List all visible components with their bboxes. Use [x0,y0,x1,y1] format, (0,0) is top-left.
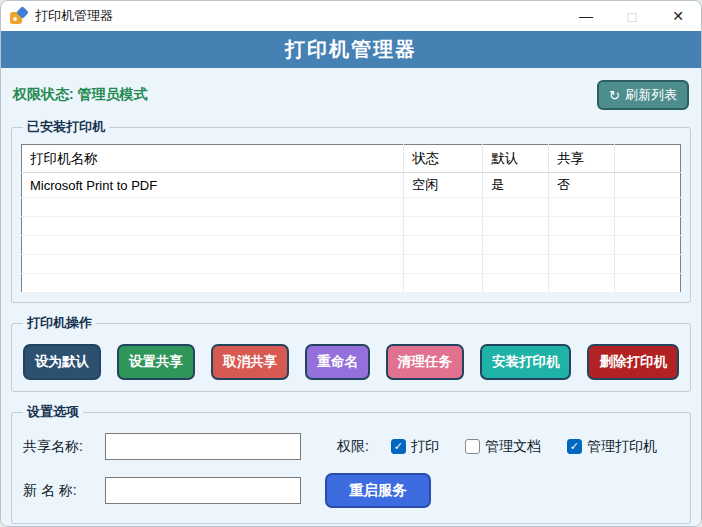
refresh-icon: ↻ [609,88,620,103]
status-row: 权限状态: 管理员模式 ↻ 刷新列表 [13,80,689,110]
checkbox-label: 管理文档 [485,438,541,456]
window-controls: — □ ✕ [563,1,701,31]
permission-status-value: 管理员模式 [78,86,148,102]
op-button-install-printer[interactable]: 安装打印机 [480,344,572,380]
empty-row [22,274,681,293]
column-header[interactable]: 共享 [549,145,615,173]
op-button-set-share[interactable]: 设置共享 [117,344,195,380]
empty-cell [22,217,404,236]
empty-cell [404,236,483,255]
app-header: 打印机管理器 [1,31,701,68]
printer-operations-group: 打印机操作 设为默认设置共享取消共享重命名清理任务安装打印机删除打印机 [11,314,691,392]
empty-cell [549,274,615,293]
empty-cell [615,274,681,293]
empty-cell [549,217,615,236]
refresh-list-label: 刷新列表 [625,86,677,104]
empty-cell [483,217,549,236]
main-content: 权限状态: 管理员模式 ↻ 刷新列表 已安装打印机 打印机名称状态默认共享 Mi… [1,68,701,527]
empty-cell [483,198,549,217]
share-name-label: 共享名称: [23,438,97,456]
checkbox-label: 打印 [411,438,439,456]
empty-cell [615,236,681,255]
column-header[interactable]: 默认 [483,145,549,173]
op-button-rename[interactable]: 重命名 [305,344,370,380]
window-title: 打印机管理器 [35,7,113,25]
title-bar: 打印机管理器 — □ ✕ [1,1,701,31]
checkbox-checked-icon[interactable]: ✓ [567,439,582,454]
empty-cell [483,236,549,255]
op-button-set-default[interactable]: 设为默认 [23,344,101,380]
empty-row [22,198,681,217]
permissions-label: 权限: [337,438,369,456]
printer-cell: 是 [483,173,549,198]
empty-cell [615,198,681,217]
settings-group: 设置选项 共享名称: 权限: ✓打印管理文档✓管理打印机 新 名 称: 重启服务 [11,403,691,524]
printer-table[interactable]: 打印机名称状态默认共享 Microsoft Print to PDF空闲是否 [21,144,681,293]
empty-cell [615,255,681,274]
installed-printers-group: 已安装打印机 打印机名称状态默认共享 Microsoft Print to PD… [11,118,691,303]
empty-cell [404,198,483,217]
empty-cell [404,255,483,274]
permissions-area: 权限: ✓打印管理文档✓管理打印机 [337,438,679,456]
installed-printers-title: 已安装打印机 [23,118,109,136]
settings-title: 设置选项 [23,403,83,421]
permission-checkbox-manage-printer[interactable]: ✓管理打印机 [567,438,657,456]
printer-cell: 否 [549,173,615,198]
op-button-clear-jobs[interactable]: 清理任务 [386,344,464,380]
printer-cell: Microsoft Print to PDF [22,173,404,198]
empty-cell [483,255,549,274]
checkbox-unchecked-icon[interactable] [465,439,480,454]
printer-operations-title: 打印机操作 [23,314,96,332]
operations-button-row: 设为默认设置共享取消共享重命名清理任务安装打印机删除打印机 [21,340,681,382]
permission-checkbox-print[interactable]: ✓打印 [391,438,439,456]
permissions-checkboxes: ✓打印管理文档✓管理打印机 [391,438,657,456]
checkbox-label: 管理打印机 [587,438,657,456]
checkbox-checked-icon[interactable]: ✓ [391,439,406,454]
column-header[interactable]: 打印机名称 [22,145,404,173]
empty-row [22,236,681,255]
empty-cell [549,255,615,274]
permission-status-label: 权限状态: [13,86,74,102]
empty-cell [404,274,483,293]
empty-cell [549,198,615,217]
restart-service-button[interactable]: 重启服务 [325,473,431,508]
close-button[interactable]: ✕ [655,1,701,31]
page-title: 打印机管理器 [285,36,417,63]
minimize-button[interactable]: — [563,1,609,31]
new-name-label: 新 名 称: [23,482,97,500]
refresh-list-button[interactable]: ↻ 刷新列表 [597,80,689,110]
empty-cell [549,236,615,255]
app-icon-dot [13,17,17,21]
column-header[interactable]: 状态 [404,145,483,173]
op-button-cancel-share[interactable]: 取消共享 [211,344,289,380]
printer-cell [615,173,681,198]
empty-cell [22,198,404,217]
permission-checkbox-manage-documents[interactable]: 管理文档 [465,438,541,456]
printer-cell: 空闲 [404,173,483,198]
printer-row[interactable]: Microsoft Print to PDF空闲是否 [22,173,681,198]
printer-table-header: 打印机名称状态默认共享 [22,145,681,173]
empty-row [22,255,681,274]
settings-grid: 共享名称: 权限: ✓打印管理文档✓管理打印机 新 名 称: 重启服务 [21,429,681,514]
empty-cell [404,217,483,236]
new-name-input[interactable] [105,477,301,504]
empty-cell [22,274,404,293]
maximize-button[interactable]: □ [609,1,655,31]
permission-status: 权限状态: 管理员模式 [13,86,148,104]
app-icon [10,8,27,25]
empty-cell [615,217,681,236]
empty-cell [22,236,404,255]
empty-cell [483,274,549,293]
printer-manager-window: 打印机管理器 — □ ✕ 打印机管理器 权限状态: 管理员模式 ↻ 刷新列表 已… [0,0,702,527]
share-name-input[interactable] [105,433,301,460]
op-button-delete-printer[interactable]: 删除打印机 [587,344,679,380]
empty-row [22,217,681,236]
column-header[interactable] [615,145,681,173]
empty-cell [22,255,404,274]
